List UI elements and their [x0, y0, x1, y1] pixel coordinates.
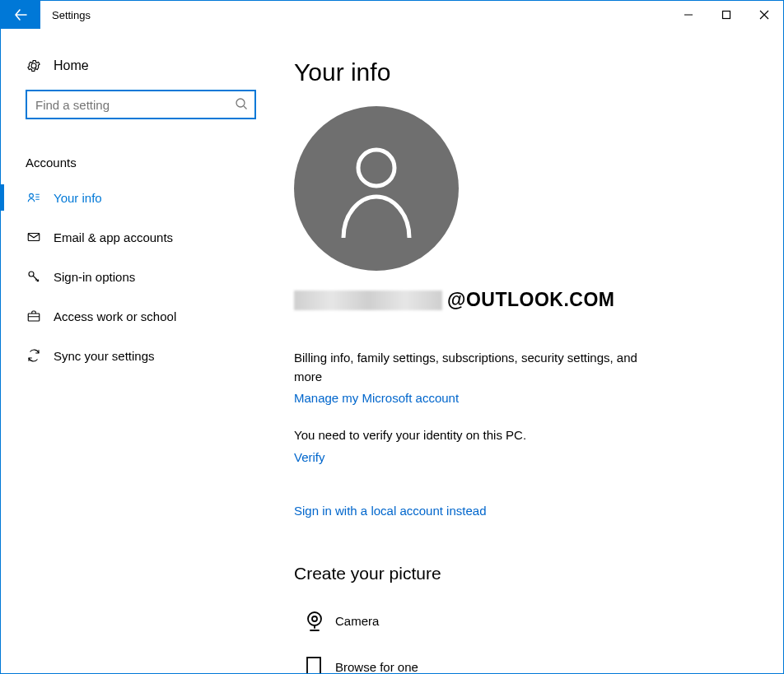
billing-description: Billing info, family settings, subscript…: [294, 349, 648, 386]
search-icon: [235, 97, 248, 113]
svg-point-4: [29, 272, 34, 277]
minimize-button[interactable]: [670, 1, 707, 29]
svg-rect-0: [723, 12, 730, 19]
email-domain: @OUTLOOK.COM: [447, 289, 614, 311]
svg-point-1: [236, 99, 245, 107]
search-input[interactable]: [34, 97, 235, 113]
maximize-icon: [721, 10, 731, 20]
home-label: Home: [54, 58, 89, 73]
back-arrow-icon: [13, 7, 28, 22]
gear-icon: [26, 58, 42, 73]
svg-point-2: [30, 193, 34, 198]
sidebar-item-label: Email & app accounts: [54, 230, 173, 244]
window-title: Settings: [52, 9, 91, 21]
redacted-email-prefix: [294, 291, 442, 310]
account-email: @OUTLOOK.COM: [294, 289, 734, 311]
minimize-icon: [684, 10, 693, 20]
mail-icon: [26, 230, 42, 244]
svg-point-7: [308, 612, 321, 625]
person-icon: [331, 139, 422, 238]
sidebar-item-label: Sign-in options: [54, 270, 135, 284]
svg-rect-5: [28, 314, 40, 321]
close-icon: [759, 10, 769, 20]
camera-option[interactable]: Camera: [294, 598, 734, 644]
camera-icon: [294, 610, 335, 633]
svg-rect-9: [307, 658, 320, 674]
sidebar-item-label: Your info: [54, 191, 102, 205]
local-account-link[interactable]: Sign in with a local account instead: [294, 504, 734, 518]
window-controls: [670, 1, 783, 29]
briefcase-icon: [26, 309, 42, 323]
sidebar-item-email-accounts[interactable]: Email & app accounts: [1, 217, 264, 257]
search-box[interactable]: [26, 90, 256, 119]
avatar: [294, 106, 459, 271]
picture-section-header: Create your picture: [294, 564, 734, 583]
camera-label: Camera: [335, 614, 379, 628]
content-pane: Your info @OUTLOOK.COM Billing info, fam…: [264, 29, 783, 673]
sidebar-item-signin-options[interactable]: Sign-in options: [1, 257, 264, 296]
sidebar-item-access-work-school[interactable]: Access work or school: [1, 296, 264, 336]
browse-label: Browse for one: [335, 660, 418, 673]
home-nav[interactable]: Home: [1, 29, 264, 85]
sidebar: Home Accounts Your info Email & app acco…: [1, 29, 264, 673]
key-icon: [26, 269, 42, 284]
sidebar-item-sync-settings[interactable]: Sync your settings: [1, 336, 264, 375]
page-title: Your info: [294, 58, 734, 86]
svg-point-6: [358, 150, 394, 186]
browse-icon: [294, 655, 335, 674]
person-card-icon: [26, 190, 42, 205]
sidebar-group-header: Accounts: [1, 119, 264, 178]
svg-point-8: [312, 616, 317, 621]
verify-link[interactable]: Verify: [294, 450, 734, 464]
svg-rect-3: [28, 234, 40, 241]
close-button[interactable]: [745, 1, 783, 29]
verify-description: You need to verify your identity on this…: [294, 426, 648, 445]
sidebar-item-label: Sync your settings: [54, 349, 155, 363]
back-button[interactable]: [1, 1, 40, 29]
titlebar: Settings: [1, 1, 783, 29]
sync-icon: [26, 348, 42, 363]
maximize-button[interactable]: [707, 1, 745, 29]
browse-option[interactable]: Browse for one: [294, 644, 734, 674]
sidebar-item-your-info[interactable]: Your info: [1, 178, 264, 217]
manage-account-link[interactable]: Manage my Microsoft account: [294, 391, 734, 405]
sidebar-item-label: Access work or school: [54, 309, 176, 323]
